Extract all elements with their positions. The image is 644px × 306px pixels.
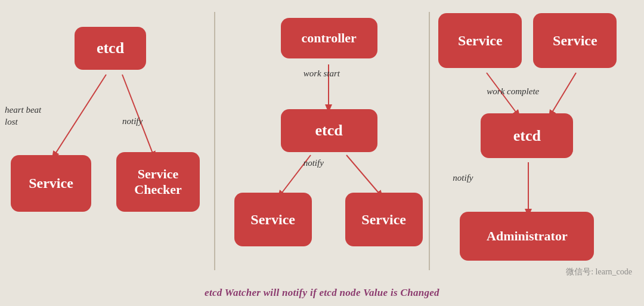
svg-line-1 — [122, 75, 154, 156]
service-box-3: Service — [345, 193, 423, 246]
controller-box: controller — [281, 18, 377, 58]
workcomplete-label: work complete — [487, 86, 539, 97]
service-box-2: Service — [234, 193, 312, 246]
heartbeat-label: heart beatlost — [5, 104, 41, 128]
etcd-box-3: etcd — [481, 113, 573, 158]
main-container: heart beatlost notify etcd Service Servi… — [0, 0, 644, 306]
watermark: 微信号: learn_code — [566, 267, 632, 277]
panel-1: heart beatlost notify etcd Service Servi… — [0, 0, 214, 282]
notify-label-2: notify — [304, 158, 324, 168]
notify-label-3: notify — [453, 173, 473, 183]
diagrams-row: heart beatlost notify etcd Service Servi… — [0, 0, 644, 282]
service-checker-box: ServiceChecker — [116, 152, 200, 212]
etcd-box-2: etcd — [281, 109, 377, 152]
svg-line-4 — [346, 155, 381, 196]
panel-3: work complete notify Service Service etc… — [430, 0, 644, 282]
footer-caption: etcd Watcher will notify if etcd node Va… — [0, 282, 644, 306]
panel-2: work start notify controller etcd Servic… — [215, 0, 429, 282]
service-box-5: Service — [533, 13, 617, 68]
svg-line-0 — [54, 75, 106, 156]
admin-box: Administrator — [460, 212, 594, 261]
workstart-label: work start — [304, 69, 340, 79]
service-box-4: Service — [438, 13, 522, 68]
etcd-box-1: etcd — [75, 27, 146, 70]
notify-label-1: notify — [122, 116, 143, 126]
service-box-1: Service — [11, 155, 91, 212]
svg-line-6 — [550, 73, 576, 115]
